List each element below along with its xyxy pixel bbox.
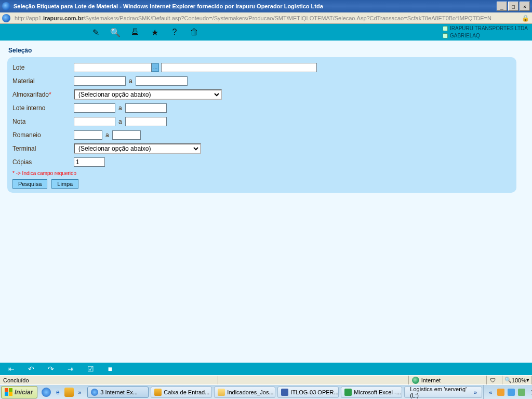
folder-task-icon xyxy=(218,389,225,396)
tray-icon-2[interactable] xyxy=(508,389,515,396)
address-bar: http://app1.irapuru.com.br/Systemakers/P… xyxy=(0,12,532,24)
clear-button[interactable]: Limpa xyxy=(51,179,78,189)
task-outlook[interactable]: Caixa de Entrad... xyxy=(151,387,212,398)
ie-status-bar: Concluído Internet 🛡 🔍 100% ▾ xyxy=(0,375,532,384)
status-done: Concluído xyxy=(0,376,218,384)
lookup-lote-button[interactable]: … xyxy=(152,63,159,72)
excel-task-icon xyxy=(344,389,352,396)
user-dot-icon xyxy=(443,33,448,38)
company-dot-icon xyxy=(443,26,448,31)
task-ie-label: 3 Internet Ex... xyxy=(100,389,138,395)
star-icon[interactable]: ★ xyxy=(148,26,162,38)
input-copias[interactable] xyxy=(74,157,105,167)
url-rest: /Systemakers/PadraoSMK/Default.asp?Conte… xyxy=(84,15,491,21)
zoom-cell[interactable]: 🔍 100% ▾ xyxy=(502,376,532,384)
input-lote-interno-to[interactable] xyxy=(125,103,167,113)
page-area: Seleção Lote … Material a Almoxarifado* … xyxy=(0,41,532,363)
sep-a-material: a xyxy=(129,77,132,85)
label-romaneio: Romaneio xyxy=(12,131,74,139)
label-lote: Lote xyxy=(12,64,74,71)
nav-prev-icon[interactable]: ↶ xyxy=(26,365,36,373)
drive-more-icon[interactable]: » xyxy=(472,389,479,395)
windows-logo-icon xyxy=(5,388,12,396)
task-folder-label: Indicadores_Jos... xyxy=(227,389,273,395)
print-icon[interactable]: 🖶 xyxy=(128,26,142,38)
nav-next-icon[interactable]: ↷ xyxy=(46,365,56,373)
ql-desktop-icon[interactable] xyxy=(42,388,51,397)
label-lote-interno: Lote interno xyxy=(12,104,74,112)
start-label: Iniciar xyxy=(15,389,33,396)
trash-icon[interactable]: 🗑 xyxy=(187,26,202,38)
ie-icon xyxy=(2,2,10,10)
tray-icon-1[interactable] xyxy=(497,389,504,396)
nav-first-icon[interactable]: ⇤ xyxy=(6,365,17,373)
ql-more-icon[interactable]: » xyxy=(76,389,83,395)
url-prefix: http://app1. xyxy=(15,15,43,21)
task-drive-label: Logistica em 'server\g' (L:) xyxy=(410,386,470,398)
label-material: Material xyxy=(12,77,74,85)
maximize-button[interactable]: □ xyxy=(508,2,518,11)
url-domain: irapuru.com.br xyxy=(43,15,84,21)
windows-taskbar: Iniciar e » 3 Internet Ex... Caixa de En… xyxy=(0,384,532,399)
sep-a-rom: a xyxy=(105,131,109,139)
ie-small-icon xyxy=(2,14,10,22)
selection-panel: Lote … Material a Almoxarifado* (Selecio… xyxy=(7,57,516,193)
ie-task-icon xyxy=(91,389,98,396)
task-word-label: ITLOG-03 OPER... xyxy=(290,389,338,395)
select-terminal[interactable]: (Selecionar opção abaixo) xyxy=(74,143,201,154)
minimize-button[interactable]: _ xyxy=(497,2,507,11)
input-romaneio-from[interactable] xyxy=(74,130,102,140)
ql-outlook-icon[interactable] xyxy=(64,388,74,397)
ql-ie-icon[interactable]: e xyxy=(53,388,62,397)
zoom-value: 100% xyxy=(512,377,526,383)
header-info: IRAPURU TRANSPORTES LTDA GABRIELAQ xyxy=(443,25,528,39)
input-nota-from[interactable] xyxy=(74,117,115,126)
help-icon[interactable]: ? xyxy=(167,26,182,38)
label-almox: Almoxarifado* xyxy=(12,91,74,98)
input-lote-interno-from[interactable] xyxy=(74,103,115,113)
task-excel-label: Microsoft Excel -... xyxy=(354,389,401,395)
nav-stop-icon[interactable]: ■ xyxy=(105,365,115,373)
company-name: IRAPURU TRANSPORTES LTDA xyxy=(450,25,528,32)
url-field[interactable]: http://app1.irapuru.com.br/Systemakers/P… xyxy=(12,14,518,22)
search-button[interactable]: Pesquisa xyxy=(12,179,47,189)
task-drive[interactable]: Logistica em 'server\g' (L:) » xyxy=(404,387,482,398)
nav-check-icon[interactable]: ☑ xyxy=(85,365,96,373)
sep-a-loteint: a xyxy=(118,104,122,112)
quick-launch: e » xyxy=(42,388,83,397)
task-outlook-label: Caixa de Entrad... xyxy=(164,389,209,395)
input-romaneio-to[interactable] xyxy=(112,130,141,140)
zone-label: Internet xyxy=(421,377,441,383)
input-lote-desc[interactable] xyxy=(161,63,317,72)
required-hint: * -> Indica campo requerido xyxy=(12,170,511,176)
window-titlebar: Seleção Etiqueta para Lote de Material -… xyxy=(0,0,532,12)
system-tray: « 14:08 xyxy=(483,385,532,399)
window-title: Seleção Etiqueta para Lote de Material -… xyxy=(14,3,497,9)
close-button[interactable]: ✕ xyxy=(520,2,530,11)
input-lote[interactable] xyxy=(74,63,152,72)
panel-title: Seleção xyxy=(8,47,525,54)
search-icon[interactable]: 🔍 xyxy=(108,26,123,38)
input-material-from[interactable] xyxy=(74,76,126,86)
task-folder[interactable]: Indicadores_Jos... xyxy=(214,387,275,398)
input-material-to[interactable] xyxy=(136,76,188,86)
user-name: GABRIELAQ xyxy=(450,32,480,39)
input-nota-to[interactable] xyxy=(125,117,167,126)
tray-icon-3[interactable] xyxy=(518,389,525,396)
nav-last-icon[interactable]: ⇥ xyxy=(65,365,76,373)
outlook-task-icon xyxy=(154,389,162,396)
app-bottom-toolbar: ⇤ ↶ ↷ ⇥ ☑ ■ xyxy=(0,363,532,375)
tray-more-icon[interactable]: « xyxy=(487,389,494,395)
select-almox[interactable]: (Selecionar opção abaixo) xyxy=(74,89,222,100)
app-toolbar: ✎ 🔍 🖶 ★ ? 🗑 IRAPURU TRANSPORTES LTDA GAB… xyxy=(0,24,532,41)
task-excel[interactable]: Microsoft Excel -... xyxy=(341,387,402,398)
protected-mode-cell: 🛡 xyxy=(487,376,502,384)
eraser-icon[interactable]: ✎ xyxy=(88,26,103,38)
task-word[interactable]: ITLOG-03 OPER... xyxy=(277,387,339,398)
sep-a-nota: a xyxy=(118,118,122,125)
task-ie[interactable]: 3 Internet Ex... xyxy=(87,387,149,398)
start-button[interactable]: Iniciar xyxy=(1,386,37,398)
label-copias: Cópias xyxy=(12,158,74,166)
status-zone: Internet xyxy=(409,376,487,384)
label-nota: Nota xyxy=(12,118,74,125)
